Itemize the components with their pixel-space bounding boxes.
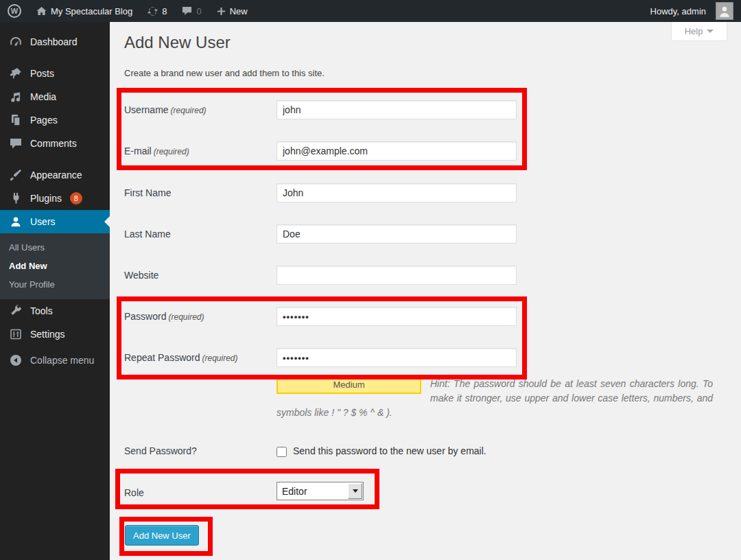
help-label: Help <box>685 26 703 36</box>
plugins-update-badge: 8 <box>70 192 82 205</box>
avatar <box>716 2 733 20</box>
sidebar-item-label: Posts <box>30 68 54 79</box>
sidebar-item-label: Media <box>30 91 56 102</box>
username-input[interactable] <box>277 100 517 119</box>
user-icon <box>8 215 23 229</box>
new-content-link[interactable]: New <box>209 0 255 22</box>
sidebar-subitem-add-new[interactable]: Add New <box>0 257 110 275</box>
settings-sliders-icon <box>8 327 23 341</box>
required-note: (required) <box>171 106 207 115</box>
admin-sidebar: Dashboard Posts Media Pages Comments App… <box>0 22 110 560</box>
sidebar-item-label: Collapse menu <box>30 355 94 366</box>
hint-float-spacer <box>277 377 430 397</box>
wordpress-logo-icon: W <box>8 4 21 18</box>
chevron-down-icon <box>353 489 358 493</box>
page-title: Add New User <box>124 33 231 52</box>
send-password-checkbox-label: Send this password to the new user by em… <box>293 445 486 456</box>
required-note: (required) <box>202 353 238 363</box>
send-password-checkbox[interactable] <box>277 447 287 457</box>
comments-link[interactable]: 0 <box>174 0 209 22</box>
sidebar-item-media[interactable]: Media <box>0 85 110 108</box>
current-item-arrow <box>104 216 110 227</box>
sidebar-item-plugins[interactable]: Plugins 8 <box>0 187 110 210</box>
sidebar-item-posts[interactable]: Posts <box>0 62 110 85</box>
select-arrow-button[interactable] <box>348 483 362 499</box>
sidebar-item-dashboard[interactable]: Dashboard <box>0 30 110 54</box>
last-name-label: Last Name <box>124 229 171 240</box>
sidebar-item-label: Dashboard <box>30 36 78 47</box>
pushpin-icon <box>8 67 23 80</box>
update-count: 8 <box>162 6 167 16</box>
collapse-menu-button[interactable]: Collapse menu <box>0 349 110 372</box>
sidebar-item-comments[interactable]: Comments <box>0 132 110 155</box>
sidebar-item-label: Plugins <box>30 193 62 204</box>
password-label: Password(required) <box>124 311 204 322</box>
add-new-user-button[interactable]: Add New User <box>125 525 199 546</box>
plus-icon <box>217 7 226 16</box>
dashboard-icon <box>8 35 23 49</box>
sidebar-subitem-your-profile[interactable]: Your Profile <box>0 275 110 294</box>
sidebar-item-label: Settings <box>30 329 65 340</box>
sidebar-item-pages[interactable]: Pages <box>0 108 110 132</box>
sidebar-item-tools[interactable]: Tools <box>0 299 110 323</box>
help-button[interactable]: Help <box>671 22 727 41</box>
sidebar-subitem-all-users[interactable]: All Users <box>0 238 110 257</box>
comment-bubble-icon <box>182 6 192 16</box>
email-input[interactable] <box>277 141 517 161</box>
wrench-icon <box>8 304 23 318</box>
username-label: Username(required) <box>124 104 207 115</box>
first-name-input[interactable] <box>277 183 517 202</box>
chevron-down-icon <box>707 30 714 33</box>
sidebar-item-label: Appearance <box>30 170 82 180</box>
music-note-icon <box>8 90 23 104</box>
paintbrush-icon <box>8 168 23 182</box>
website-input[interactable] <box>277 266 517 285</box>
updates-link[interactable]: 8 <box>140 0 174 22</box>
required-note: (required) <box>154 147 189 156</box>
sidebar-item-settings[interactable]: Settings <box>0 323 110 346</box>
website-label: Website <box>124 270 158 281</box>
sidebar-item-label: Users <box>30 216 56 227</box>
site-name-label: My Spectacular Blog <box>51 6 132 16</box>
comment-count: 0 <box>196 6 201 16</box>
admin-bar: W My Spectacular Blog 8 0 New Howdy, adm… <box>0 0 741 22</box>
wordpress-logo-menu[interactable]: W <box>0 0 29 22</box>
required-note: (required) <box>168 312 204 322</box>
email-label: E-mail(required) <box>124 145 189 156</box>
sidebar-item-label: Comments <box>30 138 77 149</box>
send-password-label: Send Password? <box>124 445 197 456</box>
collapse-arrow-icon <box>8 353 23 367</box>
site-name-link[interactable]: My Spectacular Blog <box>29 0 140 22</box>
my-account-link[interactable]: Howdy, admin <box>643 0 741 22</box>
sidebar-item-label: Tools <box>30 305 53 316</box>
plugin-icon <box>8 191 23 205</box>
role-selected-value: Editor <box>277 486 348 497</box>
new-label: New <box>230 6 248 16</box>
password-input[interactable] <box>277 307 517 326</box>
page-subtitle: Create a brand new user and add them to … <box>124 68 325 78</box>
sidebar-item-appearance[interactable]: Appearance <box>0 163 110 187</box>
sidebar-item-label: Pages <box>30 115 58 126</box>
pages-icon <box>8 113 23 127</box>
role-select[interactable]: Editor <box>277 482 364 500</box>
home-icon <box>36 6 47 16</box>
first-name-label: First Name <box>124 187 171 198</box>
updates-icon <box>148 6 158 16</box>
users-submenu: All Users Add New Your Profile <box>0 233 110 299</box>
comments-icon <box>8 137 23 150</box>
sidebar-item-users[interactable]: Users <box>0 210 110 233</box>
role-label: Role <box>124 487 144 498</box>
howdy-text: Howdy, admin <box>650 6 706 16</box>
last-name-input[interactable] <box>277 224 517 244</box>
password-hint: Hint: The password should be at least se… <box>277 377 713 420</box>
repeat-password-label: Repeat Password(required) <box>124 352 238 363</box>
add-new-user-page: Help Add New User Create a brand new use… <box>110 22 741 560</box>
repeat-password-input[interactable] <box>277 348 517 367</box>
